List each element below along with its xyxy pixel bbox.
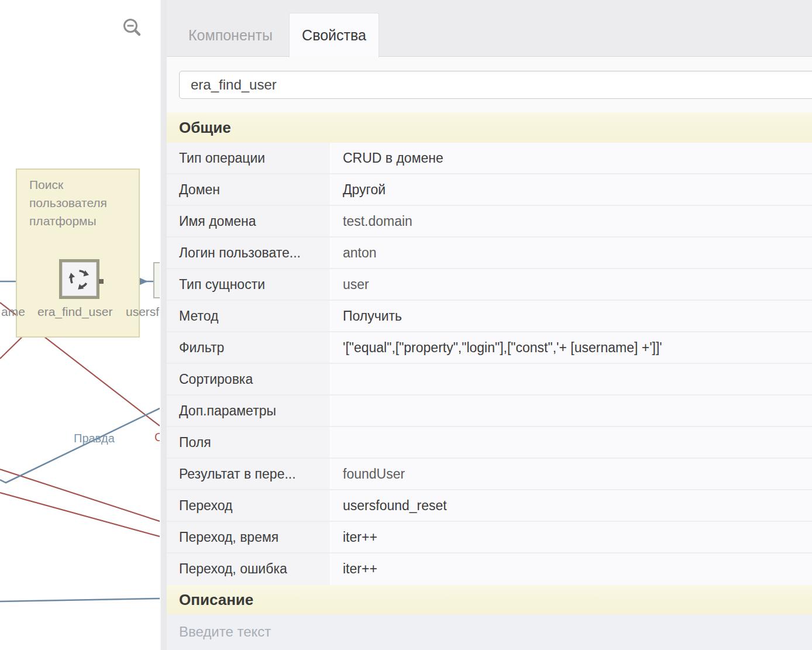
node-era-find-user[interactable] <box>59 259 99 299</box>
table-row: Фильтр '["equal",["property","login"],["… <box>167 332 812 364</box>
property-label: Логин пользовате... <box>167 238 331 268</box>
property-label: Сортировка <box>167 364 331 394</box>
table-row: Имя домена test.domain <box>167 206 812 238</box>
table-row: Тип сущности user <box>167 269 812 301</box>
arrowhead-out-icon <box>139 278 148 286</box>
property-label: Поля <box>167 427 331 458</box>
property-label: Результат в пере... <box>167 459 331 489</box>
property-value[interactable]: foundUser <box>331 459 812 489</box>
description-input[interactable] <box>167 614 812 650</box>
table-row: Результат в пере... foundUser <box>167 459 812 490</box>
table-row: Поля <box>167 427 812 459</box>
blue-edge-bottom[interactable] <box>0 599 160 601</box>
node-output-port[interactable] <box>99 279 104 284</box>
table-row: Переход, ошибка iter++ <box>167 553 812 585</box>
table-row: Домен Другой <box>167 174 812 206</box>
property-label: Переход <box>167 490 331 521</box>
table-row: Метод Получить <box>167 301 812 332</box>
properties-panel: Компоненты Свойства Общие Тип операции C… <box>167 0 812 650</box>
property-label: Переход, время <box>167 522 331 552</box>
property-value[interactable]: test.domain <box>331 206 812 236</box>
property-value[interactable] <box>331 364 812 394</box>
cycle-arrows-icon <box>62 262 97 296</box>
section-header-description: Описание <box>167 585 812 614</box>
red-edge-lower1[interactable] <box>0 469 160 521</box>
blue-edge-true[interactable] <box>0 408 160 483</box>
edge-label-clipped: С <box>154 431 160 444</box>
panel-tabbar: Компоненты Свойства <box>167 0 812 57</box>
property-value[interactable]: '["equal",["property","login"],["const",… <box>331 332 812 363</box>
property-value[interactable] <box>331 427 812 458</box>
table-row: Тип операции CRUD в домене <box>167 143 812 174</box>
zoom-out-icon[interactable] <box>125 20 140 35</box>
property-value[interactable] <box>331 395 812 426</box>
group-box-title: Поиск пользователя платформы <box>29 176 129 230</box>
property-value[interactable]: iter++ <box>331 522 812 552</box>
table-row: Логин пользовате... anton <box>167 238 812 269</box>
node-label-clipped-left: ame <box>1 305 25 319</box>
red-edge-lower2[interactable] <box>0 493 160 536</box>
tab-properties[interactable]: Свойства <box>289 13 379 57</box>
component-name-input[interactable] <box>179 71 812 99</box>
property-label: Метод <box>167 301 331 331</box>
property-value[interactable]: Другой <box>331 174 812 205</box>
property-value[interactable]: user <box>331 269 812 300</box>
edge-label-true: Правда <box>74 432 115 445</box>
node-label-era-find-user: era_find_user <box>37 305 112 319</box>
property-value[interactable]: CRUD в домене <box>331 143 812 173</box>
property-value[interactable]: usersfound_reset <box>331 490 812 521</box>
table-row: Сортировка <box>167 364 812 395</box>
diagram-canvas[interactable]: Поиск пользователя платформы ame era_fin… <box>0 0 160 650</box>
panel-splitter[interactable] <box>160 0 167 650</box>
table-row: Переход usersfound_reset <box>167 490 812 522</box>
table-row: Доп.параметры <box>167 395 812 427</box>
property-value[interactable]: anton <box>331 238 812 268</box>
description-area <box>167 614 812 650</box>
tab-components[interactable]: Компоненты <box>188 27 273 44</box>
property-label: Имя домена <box>167 206 331 236</box>
property-label: Тип операции <box>167 143 331 173</box>
node-usersfound-partial[interactable] <box>153 262 160 298</box>
node-label-clipped-right: usersfo <box>126 305 160 319</box>
property-value[interactable]: iter++ <box>331 553 812 585</box>
property-label: Домен <box>167 174 331 205</box>
properties-table: Тип операции CRUD в домене Домен Другой … <box>167 143 812 585</box>
table-row: Переход, время iter++ <box>167 522 812 553</box>
property-label: Доп.параметры <box>167 395 331 426</box>
section-header-general: Общие <box>167 112 812 143</box>
property-label: Тип сущности <box>167 269 331 300</box>
property-value[interactable]: Получить <box>331 301 812 331</box>
property-label: Фильтр <box>167 332 331 363</box>
property-label: Переход, ошибка <box>167 553 331 585</box>
